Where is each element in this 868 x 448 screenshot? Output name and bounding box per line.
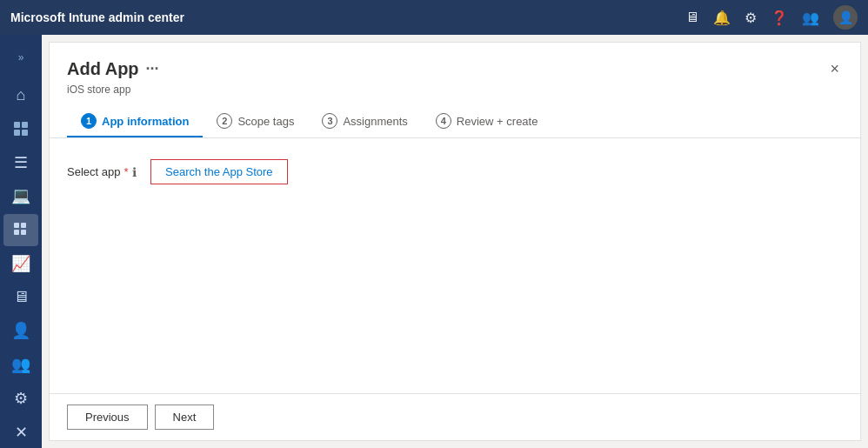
sidebar-expand-button[interactable]: » xyxy=(3,42,38,74)
bell-icon[interactable]: 🔔 xyxy=(713,10,731,26)
tab-num-4: 4 xyxy=(436,113,451,129)
tab-review-create[interactable]: 4 Review + create xyxy=(422,106,552,137)
sidebar-item-tools[interactable]: ✕ xyxy=(3,416,38,448)
svg-rect-5 xyxy=(21,223,26,228)
svg-rect-6 xyxy=(14,230,19,235)
next-button[interactable]: Next xyxy=(155,405,215,430)
tab-num-3: 3 xyxy=(322,113,337,129)
tab-scope-tags[interactable]: 2 Scope tags xyxy=(203,106,308,137)
required-star: * xyxy=(124,165,128,178)
select-app-row: Select app * ℹ Search the App Store xyxy=(67,159,843,184)
people-icon[interactable]: 👥 xyxy=(802,10,819,26)
tab-label-4: Review + create xyxy=(457,115,538,128)
tabs: 1 App information 2 Scope tags 3 Assignm… xyxy=(67,106,843,137)
sidebar-item-reports[interactable]: 📈 xyxy=(3,248,38,280)
panel-subtitle: iOS store app xyxy=(67,84,843,96)
topbar: Microsoft Intune admin center 🖥 🔔 ⚙ ❓ 👥 … xyxy=(0,0,868,35)
svg-rect-1 xyxy=(22,122,28,128)
sidebar-item-groups[interactable]: 👥 xyxy=(3,349,38,381)
panel-more-button[interactable]: ··· xyxy=(146,60,159,78)
sidebar: » ⌂ ☰ 💻 📈 🖥 👤 👥 ⚙ ✕ xyxy=(0,35,42,448)
svg-rect-0 xyxy=(14,122,20,128)
tab-app-information[interactable]: 1 App information xyxy=(67,106,203,137)
sidebar-item-devices[interactable]: 💻 xyxy=(3,180,38,212)
help-icon[interactable]: ❓ xyxy=(771,10,788,26)
sidebar-item-users[interactable]: 👤 xyxy=(3,315,38,347)
avatar[interactable]: 👤 xyxy=(833,5,858,30)
select-app-label: Select app * ℹ xyxy=(67,165,137,179)
search-app-store-button[interactable]: Search the App Store xyxy=(150,159,288,184)
previous-button[interactable]: Previous xyxy=(67,405,148,430)
app-title: Microsoft Intune admin center xyxy=(10,10,685,24)
content-area: Add App ··· × iOS store app 1 App inform… xyxy=(42,35,868,448)
svg-rect-4 xyxy=(14,223,19,228)
close-button[interactable]: × xyxy=(826,57,843,82)
topbar-icons: 🖥 🔔 ⚙ ❓ 👥 👤 xyxy=(685,5,858,30)
tab-num-2: 2 xyxy=(217,113,232,129)
add-app-panel: Add App ··· × iOS store app 1 App inform… xyxy=(49,42,861,441)
panel-header: Add App ··· × iOS store app 1 App inform… xyxy=(50,43,860,138)
panel-footer: Previous Next xyxy=(50,393,860,440)
panel-body: Select app * ℹ Search the App Store xyxy=(50,138,860,393)
tab-label-2: Scope tags xyxy=(237,115,294,128)
svg-rect-7 xyxy=(21,230,26,235)
sidebar-item-settings[interactable]: ⚙ xyxy=(3,383,38,415)
tab-num-1: 1 xyxy=(81,113,97,129)
panel-title-row: Add App ··· × xyxy=(67,57,843,82)
tab-assignments[interactable]: 3 Assignments xyxy=(308,106,421,137)
select-app-label-text: Select app xyxy=(67,165,120,178)
svg-rect-3 xyxy=(22,130,28,136)
svg-rect-2 xyxy=(14,130,20,136)
sidebar-item-home[interactable]: ⌂ xyxy=(3,79,38,111)
sidebar-item-monitor[interactable]: 🖥 xyxy=(3,281,38,313)
tab-label-1: App information xyxy=(102,115,189,128)
main-layout: » ⌂ ☰ 💻 📈 🖥 👤 👥 ⚙ ✕ xyxy=(0,35,868,448)
sidebar-item-dashboard[interactable] xyxy=(3,113,38,145)
device-icon[interactable]: 🖥 xyxy=(685,10,699,25)
gear-icon[interactable]: ⚙ xyxy=(744,10,757,26)
info-icon[interactable]: ℹ xyxy=(132,165,137,179)
tab-label-3: Assignments xyxy=(343,115,407,128)
sidebar-item-apps[interactable] xyxy=(3,214,38,246)
panel-title: Add App ··· xyxy=(67,59,159,79)
panel-title-text: Add App xyxy=(67,59,139,79)
sidebar-item-list[interactable]: ☰ xyxy=(3,146,38,178)
